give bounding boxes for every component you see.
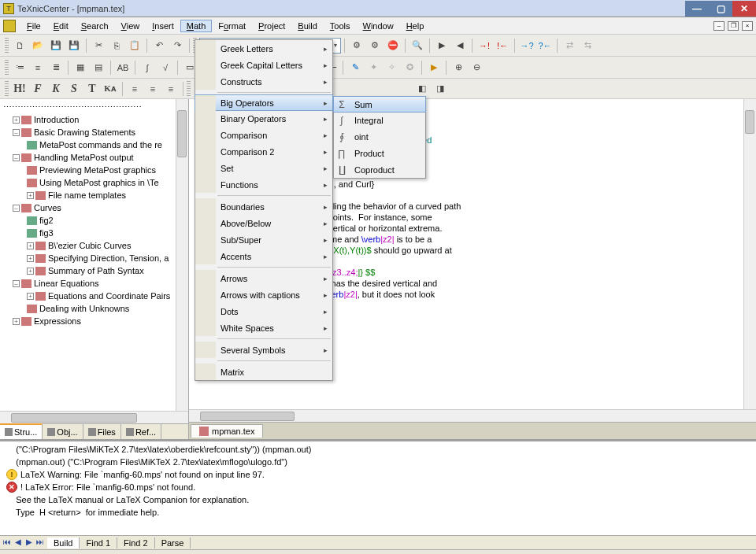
build-view-button[interactable]: ⚙ [366, 37, 384, 54]
math-menu-item[interactable]: Several Symbols▸ [195, 342, 332, 358]
placeholder3-button[interactable]: ◧ [413, 80, 431, 98]
output-body[interactable]: ("C:\Program Files\MiKTeX 2.7\tex\latex\… [0, 441, 756, 535]
placeholder4-button[interactable]: ◨ [432, 80, 449, 98]
math-KA-button[interactable]: Kᴀ [102, 80, 119, 98]
math-menu-item[interactable]: Functions▸ [195, 176, 332, 193]
menu-edit[interactable]: Edit [47, 20, 75, 32]
tag2-button[interactable]: ⊖ [468, 59, 485, 76]
wand-button[interactable]: ✦ [365, 59, 382, 76]
output-next-button[interactable]: ▶ [24, 537, 35, 548]
math-T-button[interactable]: T [83, 80, 101, 98]
align-left-button[interactable]: ≡ [126, 80, 143, 98]
pencil-button[interactable]: ✎ [346, 59, 364, 76]
tree-node[interactable]: fig3 [39, 228, 54, 238]
tree-node[interactable]: Equations and Coordinate Pairs [48, 291, 170, 301]
menu-format[interactable]: Format [212, 20, 252, 32]
tree-node[interactable]: Specifying Direction, Tension, a [48, 253, 169, 263]
next-error-button[interactable]: →! [476, 37, 493, 54]
math-H-button[interactable]: H! [11, 80, 28, 98]
sidebar-tab-files[interactable]: Files [83, 424, 121, 439]
error-next-button[interactable]: ▶ [433, 37, 450, 54]
save-button[interactable]: 💾 [47, 37, 65, 54]
math-menu-item[interactable]: Greek Capital Letters▸ [195, 57, 332, 73]
toolbar-grip[interactable] [5, 60, 9, 76]
tree-node[interactable]: Using MetaPost graphics in \Te [39, 178, 159, 187]
table-button[interactable]: ▦ [72, 59, 89, 76]
prev-warning-button[interactable]: ?← [536, 37, 554, 54]
cut-button[interactable]: ✂ [90, 37, 107, 54]
math-menu-item[interactable]: Comparison▸ [195, 127, 332, 143]
math-menu-item[interactable]: Greek Letters▸ [195, 40, 332, 57]
document-tab[interactable]: mpman.tex [191, 424, 263, 438]
structure-tree[interactable]: ⋯⋯⋯⋯⋯⋯⋯⋯⋯⋯⋯⋯⋯⋯⋯⋯ +Introduction –Basic Dr… [2, 101, 187, 327]
menu-insert[interactable]: Insert [146, 20, 180, 32]
tree-node[interactable]: Summary of Path Syntax [48, 266, 144, 275]
close-button[interactable]: ✕ [732, 1, 756, 17]
output-last-button[interactable]: ⏭ [35, 537, 46, 548]
output-tab-find2[interactable]: Find 2 [117, 537, 155, 548]
tree-node[interactable]: Expressions [34, 316, 81, 326]
menu-math[interactable]: Math [180, 20, 212, 32]
stop-build-button[interactable]: ⛔ [384, 37, 402, 54]
output-prev-button[interactable]: ◀ [13, 537, 24, 548]
math-menu-item[interactable]: Big Operators▸ [195, 94, 333, 111]
list-desc-button[interactable]: ≣ [47, 59, 65, 76]
math-menu-item[interactable]: Constructs▸ [195, 73, 332, 90]
tree-node[interactable]: Introduction [34, 115, 79, 124]
output-first-button[interactable]: ⏮ [2, 537, 13, 548]
math2-button[interactable]: √ [157, 59, 174, 76]
copy-button[interactable]: ⎘ [108, 37, 125, 54]
math-menu-item[interactable]: Dots▸ [195, 303, 332, 319]
paste-button[interactable]: 📋 [126, 37, 143, 54]
output-tab-parse[interactable]: Parse [155, 537, 191, 548]
math-menu-item[interactable]: Accents▸ [195, 248, 332, 264]
table2-button[interactable]: ▤ [90, 59, 107, 76]
math-menu-item[interactable]: Set▸ [195, 160, 332, 176]
toggle2-button[interactable]: ⇆ [579, 37, 596, 54]
big-operator-item[interactable]: ∫Integral [334, 112, 425, 128]
menu-window[interactable]: Window [357, 20, 400, 32]
mdi-restore-button[interactable]: ❐ [728, 21, 739, 31]
toolbar-grip[interactable] [5, 38, 9, 54]
symbol-button[interactable]: AB [114, 59, 132, 76]
math-menu-item[interactable]: Comparison 2▸ [195, 143, 332, 160]
tree-node[interactable]: Linear Equations [34, 279, 99, 288]
menu-help[interactable]: Help [400, 20, 431, 32]
math-F-button[interactable]: F [29, 80, 46, 98]
editor-hscrollbar[interactable] [189, 409, 756, 422]
output-tab-build[interactable]: Build [47, 537, 80, 548]
saveall-button[interactable]: 💾 [65, 37, 83, 54]
math-S-button[interactable]: S [65, 80, 83, 98]
math-menu-item[interactable]: Arrows with captions▸ [195, 286, 332, 303]
math-menu-item[interactable]: Sub/Super▸ [195, 231, 332, 248]
maximize-button[interactable]: ▢ [709, 1, 732, 17]
prev-error-button[interactable]: !← [494, 37, 511, 54]
open-button[interactable]: 📂 [29, 37, 46, 54]
big-operator-item[interactable]: ΣSum [333, 96, 426, 113]
big-operator-item[interactable]: ∮oint [334, 128, 425, 145]
tree-node[interactable]: B\'ezier Cubic Curves [48, 241, 131, 250]
new-button[interactable]: 🗋 [11, 37, 28, 54]
math-button[interactable]: ∫ [139, 59, 156, 76]
undo-button[interactable]: ↶ [150, 37, 168, 54]
big-operator-item[interactable]: ∏Product [334, 145, 425, 161]
tree-node[interactable]: Curves [34, 203, 61, 212]
sidebar-tab-structure[interactable]: Stru... [0, 423, 43, 439]
big-operator-item[interactable]: ∐Coproduct [334, 161, 425, 178]
tree-node[interactable]: File name templates [48, 190, 126, 200]
sidebar-tab-references[interactable]: Ref... [121, 424, 161, 439]
mdi-min-button[interactable]: – [713, 21, 724, 31]
math-menu-item[interactable]: Binary Operators▸ [195, 110, 332, 127]
math-menu-item[interactable]: Above/Below▸ [195, 215, 332, 231]
menu-view[interactable]: View [115, 20, 146, 32]
run-button[interactable]: ▶ [425, 59, 443, 76]
tree-hscrollbar[interactable] [0, 411, 188, 423]
output-tab-find1[interactable]: Find 1 [80, 537, 117, 548]
menu-file[interactable]: File [20, 20, 47, 32]
math-menu-item[interactable]: Boundaries▸ [195, 198, 332, 215]
tree-node[interactable]: fig2 [39, 216, 54, 225]
editor-vscrollbar[interactable] [743, 99, 756, 409]
next-warning-button[interactable]: →? [518, 37, 536, 54]
view-output-button[interactable]: 🔍 [409, 37, 426, 54]
toolbar-grip[interactable] [5, 81, 9, 97]
